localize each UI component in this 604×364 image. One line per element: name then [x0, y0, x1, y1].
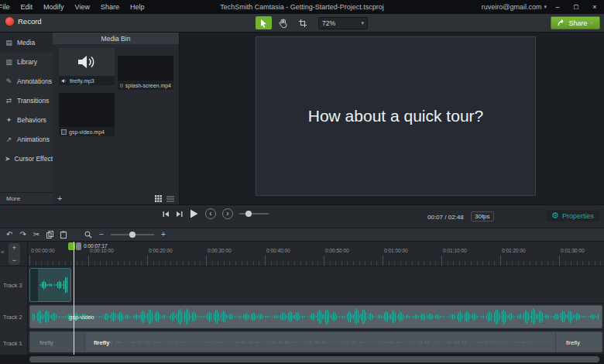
sidebar-item-label: Transitions: [17, 97, 49, 105]
track-1-label[interactable]: Track 1: [3, 340, 22, 347]
media-item-splash-thumbnail[interactable]: [118, 56, 173, 81]
sidebar-item-transitions[interactable]: ⇄ Transitions: [0, 91, 53, 110]
timeline-toolbar: ↶ ↷ ✂ − +: [0, 228, 604, 242]
select-tool-button[interactable]: [256, 16, 272, 29]
sidebar-item-label: Cursor Effects: [15, 155, 57, 163]
menu-edit[interactable]: Edit: [15, 0, 39, 14]
sidebar-item-library[interactable]: ▥ Library: [0, 52, 53, 71]
media-item-gsp-thumbnail[interactable]: [59, 93, 115, 127]
media-bin-panel: Media Bin firefly.mp3 splash-screen.mp4: [53, 33, 180, 204]
add-media-button[interactable]: +: [57, 193, 62, 204]
track-2-label[interactable]: Track 2: [3, 314, 22, 321]
preview-slide[interactable]: How about a quick tour?: [256, 36, 536, 196]
annotations-icon: ✎: [5, 77, 13, 85]
sidebar-item-animations[interactable]: ↗ Animations: [0, 129, 53, 149]
media-item-splash[interactable]: splash-screen.mp4: [118, 81, 173, 90]
menu-help[interactable]: Help: [125, 0, 150, 14]
cursor-icon: [259, 19, 268, 28]
cut-button[interactable]: ✂: [33, 231, 39, 239]
chevron-down-icon: ▾: [361, 20, 364, 26]
menu-bar: File Edit Modify View Share Help: [0, 0, 149, 14]
paste-button[interactable]: [60, 231, 67, 239]
collapse-tracks-icon[interactable]: «: [1, 249, 4, 256]
undo-button[interactable]: ↶: [6, 231, 12, 239]
record-label: Record: [18, 17, 42, 26]
clip-splash-screen[interactable]: [29, 268, 71, 302]
clip-thumbnail: [30, 269, 38, 301]
timeline-zoom-out-button[interactable]: −: [99, 231, 104, 239]
copy-button[interactable]: [46, 231, 53, 239]
menu-view[interactable]: View: [70, 0, 95, 14]
timeline-zoom-in-button[interactable]: +: [161, 231, 166, 239]
jump-forward-button[interactable]: ›: [222, 208, 233, 219]
pan-tool-button[interactable]: [275, 16, 291, 29]
previous-frame-button[interactable]: [163, 211, 170, 218]
track-1-row[interactable]: firefly firefly firefly: [28, 330, 604, 355]
window-controls: – □ ×: [548, 0, 604, 14]
media-bin-footer: +: [53, 192, 179, 204]
track-3-label[interactable]: Track 3: [3, 282, 22, 289]
slider-knob[interactable]: [129, 232, 136, 238]
sidebar-item-label: Media: [17, 39, 35, 46]
properties-button[interactable]: ⚙ Properties: [546, 210, 599, 221]
sidebar: ▤ Media ▥ Library ✎ Annotations ⇄ Transi…: [0, 33, 53, 204]
clip-label-end: firefly: [566, 338, 580, 345]
grid-view-icon[interactable]: [155, 195, 162, 202]
media-item-gsp[interactable]: gsp-video.mp4: [59, 127, 115, 136]
sidebar-item-cursor-effects[interactable]: ➤ Cursor Effects: [0, 149, 53, 168]
track-gutter: Track 3 Track 2 Track 1: [0, 266, 28, 355]
slide-text: How about a quick tour?: [308, 107, 483, 125]
slider-knob[interactable]: [245, 211, 252, 217]
close-button[interactable]: ×: [585, 0, 604, 14]
track-height-increase[interactable]: +: [12, 244, 16, 252]
playhead-out-handle[interactable]: [76, 242, 81, 250]
playhead[interactable]: [74, 242, 74, 355]
ruler-label: 0:00:10:00: [90, 248, 114, 253]
ruler-label: 0:01:30:00: [561, 248, 585, 253]
canvas-zoom-dropdown[interactable]: 72% ▾: [318, 17, 368, 29]
share-button[interactable]: Share ▾: [551, 16, 600, 29]
track-height-control[interactable]: + −: [9, 243, 20, 265]
clip-firefly[interactable]: firefly firefly firefly: [29, 331, 602, 352]
playhead-time-label: 0:00:07:17: [84, 243, 108, 249]
timeline-tracks: Track 3 Track 2 Track 1 gsp-video firefl…: [0, 266, 604, 355]
crop-tool-button[interactable]: [294, 16, 311, 29]
media-icon: ▤: [5, 39, 13, 46]
track-height-decrease[interactable]: −: [12, 256, 16, 264]
clip-gsp-video[interactable]: gsp-video: [29, 305, 602, 328]
media-item-firefly[interactable]: firefly.mp3: [59, 76, 115, 85]
menu-file[interactable]: File: [0, 0, 15, 14]
jump-back-button[interactable]: ‹: [205, 208, 216, 219]
zoom-search-icon: [84, 231, 92, 239]
canvas-area[interactable]: How about a quick tour?: [180, 33, 604, 204]
media-item-firefly-thumbnail[interactable]: [59, 48, 115, 76]
timeline-zoom-slider[interactable]: [111, 231, 154, 239]
redo-button[interactable]: ↷: [19, 231, 26, 239]
record-button[interactable]: Record: [5, 17, 42, 26]
account-menu[interactable]: ruveiro@gmail.com ▾: [482, 3, 547, 11]
title-bar: File Edit Modify View Share Help TechSmi…: [0, 0, 604, 14]
track-3-row[interactable]: [28, 266, 604, 304]
playback-speed-slider[interactable]: [239, 208, 269, 219]
play-button[interactable]: [189, 208, 199, 219]
sidebar-more-button[interactable]: More: [0, 192, 53, 204]
media-bin-title: Media Bin: [101, 35, 131, 43]
media-bin-tab[interactable]: Media Bin: [53, 33, 179, 44]
scrollbar-thumb[interactable]: [29, 356, 599, 362]
sidebar-item-annotations[interactable]: ✎ Annotations: [0, 71, 53, 91]
maximize-button[interactable]: □: [567, 0, 585, 14]
gear-icon: ⚙: [551, 211, 559, 220]
sidebar-item-media[interactable]: ▤ Media: [0, 33, 53, 52]
window-title: TechSmith Camtasia - Getting-Started-Pro…: [220, 0, 384, 14]
timeline-scrollbar[interactable]: [0, 355, 604, 364]
next-frame-button[interactable]: [176, 211, 183, 218]
list-view-icon[interactable]: [166, 196, 174, 202]
menu-share[interactable]: Share: [95, 0, 125, 14]
speaker-icon: [61, 78, 67, 84]
menu-modify[interactable]: Modify: [38, 0, 70, 14]
track-2-row[interactable]: gsp-video: [28, 304, 604, 330]
clip-firefly-segment-1[interactable]: [30, 332, 84, 352]
timeline-ruler[interactable]: 0:00:00:00 0:00:10:00 0:00:20:00 0:00:30…: [28, 242, 604, 266]
sidebar-item-behaviors[interactable]: ✦ Behaviors: [0, 110, 53, 129]
minimize-button[interactable]: –: [548, 0, 567, 14]
